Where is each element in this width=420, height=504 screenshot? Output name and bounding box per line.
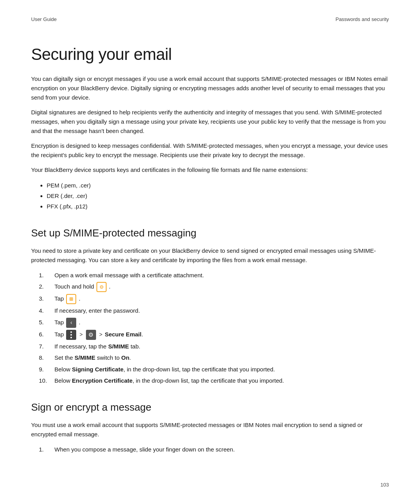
step-4: 4. If necessary, enter the password. — [31, 306, 389, 316]
save-icon: ⊞ — [66, 294, 76, 304]
list-item: PFX (.pfx, .p12) — [47, 201, 389, 212]
attachment-icon: ⊙ — [96, 282, 107, 292]
list-item: DER (.der, .cer) — [47, 191, 389, 201]
section2-steps: 1. When you compose a message, slide you… — [31, 444, 389, 455]
section1-intro: You need to store a private key and cert… — [31, 246, 389, 265]
settings-gear-icon: ⚙ — [86, 330, 96, 340]
step-3: 3. Tap ⊞ . — [31, 294, 389, 304]
separator: > — [80, 331, 83, 338]
section1-steps: 1. Open a work email message with a cert… — [31, 270, 389, 386]
intro-para-2: Digital signatures are designed to help … — [31, 108, 389, 136]
step-9: 9. Below Signing Certificate, in the dro… — [31, 364, 389, 374]
step-5: 5. Tap ‹ . — [31, 317, 389, 328]
header-left: User Guide — [31, 16, 57, 23]
secure-email-label: Secure Email — [105, 331, 141, 338]
section2-intro: You must use a work email account that s… — [31, 420, 389, 439]
intro-para-4: Your BlackBerry device supports keys and… — [31, 165, 389, 175]
header-right: Passwords and security — [336, 16, 389, 23]
step-10: 10. Below Encryption Certificate, in the… — [31, 376, 389, 386]
page-header: User Guide Passwords and security — [31, 16, 389, 23]
page: User Guide Passwords and security Securi… — [0, 0, 420, 504]
file-formats-list: PEM (.pem, .cer) DER (.der, .cer) PFX (.… — [47, 180, 389, 212]
section2-title: Sign or encrypt a message — [31, 400, 389, 415]
step-7: 7. If necessary, tap the S/MIME tab. — [31, 341, 389, 352]
intro-para-3: Encryption is designed to keep messages … — [31, 141, 389, 160]
intro-para-1: You can digitally sign or encrypt messag… — [31, 74, 389, 102]
separator: > — [99, 331, 102, 338]
page-title: Securing your email — [31, 42, 389, 66]
step-2-1: 1. When you compose a message, slide you… — [31, 444, 389, 455]
page-number: 103 — [380, 481, 389, 489]
list-item: PEM (.pem, .cer) — [47, 180, 389, 191]
step-6: 6. Tap > ⚙ > Secure Email. — [31, 329, 389, 340]
step-2: 2. Touch and hold ⊙ . — [31, 282, 389, 292]
step-1: 1. Open a work email message with a cert… — [31, 270, 389, 280]
section1-title: Set up S/MIME-protected messaging — [31, 226, 389, 241]
step-8: 8. Set the S/MIME switch to On. — [31, 353, 389, 363]
menu-dots-icon — [66, 330, 76, 340]
back-arrow-icon: ‹ — [66, 318, 76, 328]
